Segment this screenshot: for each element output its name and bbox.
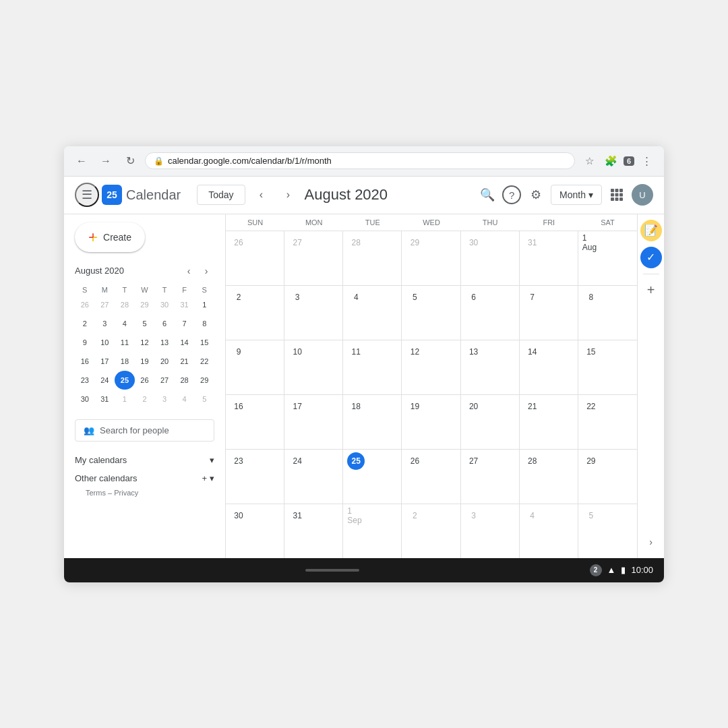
search-people[interactable]: 👥 Search for people — [75, 419, 214, 442]
prev-month-button[interactable]: ‹ — [251, 184, 272, 206]
calendar-day-cell[interactable]: 14 — [520, 340, 578, 394]
today-button[interactable]: Today — [197, 185, 245, 205]
mini-cal-day[interactable]: 27 — [95, 295, 115, 314]
terms-link[interactable]: Terms — [86, 489, 106, 497]
mini-prev-button[interactable]: ‹ — [181, 263, 197, 279]
mini-cal-day[interactable]: 3 — [154, 390, 175, 408]
calendar-day-cell[interactable]: 20 — [461, 395, 520, 449]
mini-cal-day[interactable]: 21 — [175, 352, 195, 371]
calendar-day-cell[interactable]: 7 — [520, 286, 578, 340]
extensions-button[interactable]: 🧩 — [602, 152, 621, 171]
mini-cal-day[interactable]: 16 — [75, 352, 95, 371]
calendar-day-cell[interactable]: 2 — [402, 504, 460, 558]
calendar-day-cell[interactable]: 31 — [284, 504, 343, 558]
home-indicator[interactable] — [305, 569, 359, 572]
view-selector[interactable]: Month ▾ — [551, 185, 602, 205]
mini-cal-day[interactable]: 31 — [175, 295, 195, 314]
forward-button[interactable]: → — [96, 152, 115, 171]
calendar-day-cell[interactable]: 2 — [226, 286, 284, 340]
mini-cal-day[interactable]: 20 — [154, 352, 175, 371]
calendar-day-cell[interactable]: 23 — [226, 450, 284, 504]
calendar-day-cell[interactable]: 25 — [343, 450, 402, 504]
mini-cal-day[interactable]: 5 — [194, 390, 214, 408]
mini-cal-day[interactable]: 6 — [154, 314, 175, 333]
help-button[interactable]: ? — [502, 185, 521, 204]
calendar-day-cell[interactable]: 4 — [343, 286, 402, 340]
mini-cal-day[interactable]: 22 — [194, 352, 214, 371]
calendar-day-cell[interactable]: 10 — [284, 340, 343, 394]
add-other-calendar-icon[interactable]: + — [202, 473, 207, 483]
reload-button[interactable]: ↻ — [121, 152, 140, 171]
mini-cal-day[interactable]: 26 — [75, 295, 95, 314]
calendar-day-cell[interactable]: 1 Sep — [343, 504, 402, 558]
calendar-day-cell[interactable]: 17 — [284, 395, 343, 449]
mini-cal-day[interactable]: 29 — [194, 371, 214, 390]
mini-cal-day[interactable]: 10 — [95, 333, 115, 352]
calendar-day-cell[interactable]: 28 — [520, 450, 578, 504]
mini-cal-day[interactable]: 4 — [115, 314, 135, 333]
mini-cal-day[interactable]: 11 — [115, 333, 135, 352]
mini-cal-day[interactable]: 7 — [175, 314, 195, 333]
mini-cal-day[interactable]: 17 — [95, 352, 115, 371]
calendar-day-cell[interactable]: 3 — [461, 504, 520, 558]
mini-cal-day[interactable]: 14 — [175, 333, 195, 352]
calendar-day-cell[interactable]: 6 — [461, 286, 520, 340]
more-button[interactable]: ⋮ — [637, 152, 656, 171]
mini-cal-day[interactable]: 28 — [175, 371, 195, 390]
mini-cal-day[interactable]: 2 — [75, 314, 95, 333]
mini-cal-day[interactable]: 8 — [194, 314, 214, 333]
calendar-day-cell[interactable]: 1 Aug — [578, 231, 637, 285]
mini-cal-day[interactable]: 4 — [175, 390, 195, 408]
mini-cal-day[interactable]: 25 — [115, 371, 135, 390]
privacy-link[interactable]: Privacy — [114, 489, 138, 497]
calendar-day-cell[interactable]: 16 — [226, 395, 284, 449]
mini-cal-day[interactable]: 15 — [194, 333, 214, 352]
calendar-day-cell[interactable]: 29 — [402, 231, 460, 285]
mini-cal-day[interactable]: 1 — [115, 390, 135, 408]
settings-button[interactable]: ⚙ — [524, 183, 548, 207]
next-month-button[interactable]: › — [278, 184, 299, 206]
mini-cal-day[interactable]: 18 — [115, 352, 135, 371]
add-right-button[interactable]: + — [640, 280, 662, 301]
bookmark-button[interactable]: ☆ — [580, 152, 599, 171]
mini-cal-day[interactable]: 12 — [135, 333, 155, 352]
calendar-day-cell[interactable]: 13 — [461, 340, 520, 394]
calendar-day-cell[interactable]: 27 — [284, 231, 343, 285]
mini-cal-day[interactable]: 19 — [135, 352, 155, 371]
hamburger-menu[interactable]: ☰ — [75, 183, 99, 207]
calendar-day-cell[interactable]: 5 — [402, 286, 460, 340]
calendar-day-cell[interactable]: 3 — [284, 286, 343, 340]
back-button[interactable]: ← — [72, 152, 91, 171]
mini-cal-day[interactable]: 2 — [135, 390, 155, 408]
mini-cal-day[interactable]: 13 — [154, 333, 175, 352]
calendar-day-cell[interactable]: 26 — [402, 450, 460, 504]
calendar-day-cell[interactable]: 27 — [461, 450, 520, 504]
calendar-day-cell[interactable]: 18 — [343, 395, 402, 449]
calendar-day-cell[interactable]: 19 — [402, 395, 460, 449]
other-calendars-header[interactable]: Other calendars + ▾ — [75, 471, 214, 486]
calendar-day-cell[interactable]: 11 — [343, 340, 402, 394]
calendar-day-cell[interactable]: 26 — [226, 231, 284, 285]
my-calendars-header[interactable]: My calendars ▾ — [75, 452, 214, 468]
calendar-day-cell[interactable]: 30 — [461, 231, 520, 285]
calendar-day-cell[interactable]: 21 — [520, 395, 578, 449]
create-button[interactable]: + Create — [75, 222, 145, 252]
mini-cal-day[interactable]: 26 — [135, 371, 155, 390]
calendar-day-cell[interactable]: 29 — [578, 450, 637, 504]
mini-cal-day[interactable]: 28 — [115, 295, 135, 314]
right-expand-button[interactable]: › — [640, 531, 662, 553]
mini-cal-day[interactable]: 29 — [135, 295, 155, 314]
notes-button[interactable]: 📝 — [640, 220, 662, 241]
apps-button[interactable] — [605, 183, 629, 207]
mini-cal-day[interactable]: 31 — [95, 390, 115, 408]
calendar-day-cell[interactable]: 9 — [226, 340, 284, 394]
calendar-day-cell[interactable]: 24 — [284, 450, 343, 504]
search-button[interactable]: 🔍 — [475, 183, 499, 207]
calendar-day-cell[interactable]: 12 — [402, 340, 460, 394]
tasks-button[interactable]: ✓ — [640, 247, 662, 268]
calendar-day-cell[interactable]: 5 — [578, 504, 637, 558]
calendar-day-cell[interactable]: 28 — [343, 231, 402, 285]
mini-cal-day[interactable]: 23 — [75, 371, 95, 390]
mini-cal-day[interactable]: 27 — [154, 371, 175, 390]
calendar-day-cell[interactable]: 30 — [226, 504, 284, 558]
